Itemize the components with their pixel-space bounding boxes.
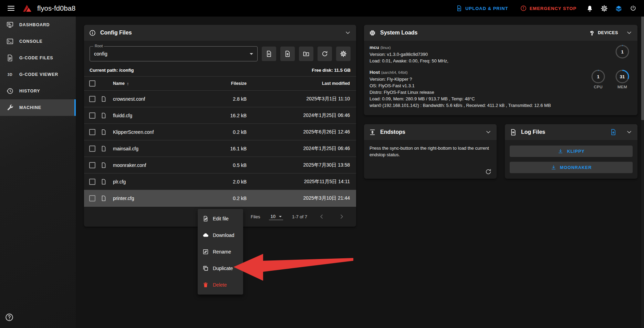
collapse-panel-button[interactable]: [485, 129, 492, 136]
file-icon: [101, 179, 113, 185]
column-name[interactable]: Name ↑: [113, 81, 198, 86]
trash-icon: [202, 282, 209, 288]
row-checkbox[interactable]: [89, 129, 95, 135]
sidebar-item-gcode-files[interactable]: G-CODE FILES: [0, 50, 76, 66]
collapse-panel-button[interactable]: [626, 129, 633, 136]
table-row[interactable]: fluidd.cfg 16.2 kB 2024年1月25日 06:46: [84, 107, 356, 124]
create-folder-button[interactable]: [299, 47, 313, 61]
file-context-menu: Edit file Download Rename Duplicate Dele…: [198, 209, 243, 295]
upload-print-button[interactable]: UPLOAD & PRINT: [451, 2, 513, 14]
gear-icon: [601, 5, 608, 12]
page-scrollbar[interactable]: [641, 17, 644, 328]
table-row[interactable]: mainsail.cfg 16.1 kB 2024年1月25日 06:46: [84, 140, 356, 157]
sidebar-item-machine[interactable]: MACHINE: [0, 99, 76, 116]
file-icon: [101, 96, 113, 102]
svg-text:1: 1: [597, 74, 599, 79]
per-page-select[interactable]: 10: [269, 213, 283, 220]
refresh-button[interactable]: [318, 47, 332, 61]
context-duplicate[interactable]: Duplicate: [198, 260, 243, 277]
sync-button[interactable]: [485, 168, 492, 175]
context-delete[interactable]: Delete: [198, 277, 243, 293]
host-load: Load: 0.09, Mem: 280.9 MB / 913.7 MB , T…: [370, 96, 551, 102]
endstops-message: Press the sync-button on the right-botto…: [370, 146, 489, 157]
row-checkbox[interactable]: [89, 146, 95, 152]
system-loads-panel: System Loads DEVICES mcu (linux) Version…: [364, 25, 637, 115]
context-rename[interactable]: Rename: [198, 243, 243, 260]
path-row: Current path: /config Free disk: 11.5 GB: [84, 65, 356, 76]
mcu-version: Version: v1.3.0-ga98c9d7390: [370, 51, 448, 58]
table-row[interactable]: plr.cfg 2.0 kB 2025年11月5日 14:11: [84, 173, 356, 190]
prev-page-button[interactable]: [316, 211, 327, 222]
chevron-down-icon: [250, 53, 253, 55]
sidebar-item-dashboard[interactable]: DASHBOARD: [0, 17, 76, 33]
table-row[interactable]: KlipperScreen.conf 0.2 kB 2025年6月26日 12:…: [84, 124, 356, 140]
hamburger-icon: [7, 4, 15, 12]
file-icon: [101, 146, 113, 152]
cloud-download-icon: [202, 232, 209, 238]
log-files-panel: Log Files KLIPPY MOONRAKER: [505, 124, 637, 179]
log-file-icon: [510, 129, 517, 136]
svg-text:1: 1: [621, 49, 623, 54]
row-checkbox[interactable]: [89, 195, 95, 201]
column-filesize[interactable]: Filesize: [198, 81, 247, 86]
host-block: Host (aarch64, 64bit) Version: Fly-Klipp…: [370, 69, 632, 109]
sidebar-item-console[interactable]: CONSOLE: [0, 33, 76, 50]
services-button[interactable]: [598, 2, 610, 14]
moonraker-log-button[interactable]: MOONRAKER: [510, 162, 633, 173]
row-checkbox[interactable]: [89, 162, 95, 168]
collapse-panel-button[interactable]: [344, 29, 351, 36]
bell-icon: [586, 5, 593, 12]
cpu-gauge-label: CPU: [594, 85, 602, 89]
column-last-modified[interactable]: Last modified: [247, 81, 350, 86]
table-row[interactable]: moonraker.conf 0.5 kB 2025年7月30日 13:58: [84, 157, 356, 173]
table-row-selected[interactable]: printer.cfg 0.2 kB 2025年3月10日 21:44: [84, 190, 356, 207]
app-logo[interactable]: [22, 4, 32, 13]
collapse-panel-button[interactable]: [626, 29, 633, 36]
file-icon: [101, 195, 113, 201]
wrench-icon: [6, 104, 14, 111]
next-page-button[interactable]: [336, 211, 347, 222]
host-os: OS: FlyOS-Fast v1.3.1: [370, 82, 551, 89]
theme-layers-button[interactable]: [612, 2, 625, 14]
chevron-down-icon: [279, 216, 282, 217]
emergency-stop-button[interactable]: EMERGENCY STOP: [515, 2, 581, 14]
context-download[interactable]: Download: [198, 227, 243, 243]
menu-button[interactable]: [5, 2, 17, 14]
scrollbar-thumb[interactable]: [641, 17, 644, 120]
cpu-gauge: 1 CPU: [591, 69, 606, 109]
console-icon: [6, 38, 14, 45]
app-title: flyos-fd0ba8: [37, 4, 75, 12]
sidebar-item-gcode-viewer[interactable]: 3D G-CODE VIEWER: [0, 66, 76, 83]
host-version: Version: Fly-Klipper ?: [370, 76, 551, 82]
table-row[interactable]: crowsnest.conf 2.8 kB 2025年3月1日 11:10: [84, 91, 356, 107]
table-header: Name ↑ Filesize Last modified: [84, 76, 356, 91]
klippy-log-button[interactable]: KLIPPY: [510, 146, 633, 157]
context-edit-file[interactable]: Edit file: [198, 210, 243, 227]
download-icon: [551, 165, 557, 170]
mcu-block: mcu (linux) Version: v1.3.0-ga98c9d7390 …: [370, 44, 632, 64]
mcu-load: Load: 0.01, Awake: 0.00, Freq: 50 MHz,: [370, 58, 448, 64]
create-file-button[interactable]: [262, 47, 276, 61]
power-button[interactable]: [627, 2, 639, 14]
upload-file-button[interactable]: [280, 47, 295, 61]
gear-icon: [340, 50, 347, 57]
help-button[interactable]: [4, 312, 14, 322]
file-icon: [101, 129, 113, 135]
settings-button[interactable]: [336, 47, 351, 61]
file-icon: [101, 112, 113, 119]
row-checkbox[interactable]: [89, 96, 95, 102]
host-arch: (aarch64, 64bit): [381, 70, 408, 74]
root-select[interactable]: Root config: [90, 46, 258, 61]
upload-file-icon: [456, 5, 463, 12]
row-checkbox[interactable]: [89, 179, 95, 185]
svg-text:3D: 3D: [8, 73, 12, 77]
devices-button[interactable]: DEVICES: [589, 30, 618, 36]
sidebar-item-history[interactable]: HISTORY: [0, 83, 76, 99]
row-checkbox[interactable]: [89, 112, 95, 119]
notifications-button[interactable]: [583, 2, 596, 14]
panel-title: Config Files: [100, 30, 132, 36]
download-logs-button[interactable]: [610, 129, 617, 136]
select-all-checkbox[interactable]: [89, 80, 95, 87]
usb-icon: [589, 30, 595, 36]
sort-asc-icon: ↑: [127, 81, 129, 86]
